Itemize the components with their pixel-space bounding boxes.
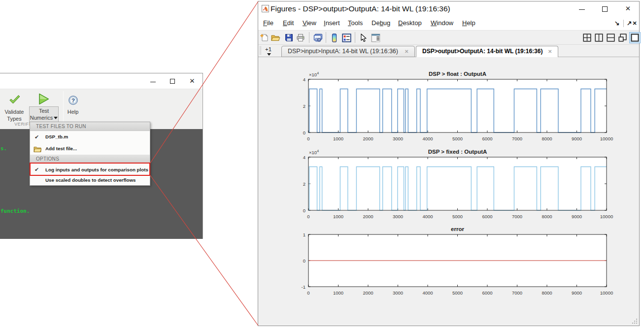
edit-plot-icon[interactable] [360, 33, 367, 44]
minimize-button[interactable] [570, 1, 593, 16]
insert-legend-icon[interactable] [342, 33, 351, 44]
x-tick-label: 4000 [422, 290, 433, 296]
menu-item-label: DSP_tb.m [45, 134, 68, 139]
dock-figure-icon[interactable]: ↘ [612, 16, 622, 30]
open-file-icon[interactable] [271, 33, 280, 44]
tab-close-icon[interactable]: ✕ [405, 46, 408, 57]
x-tick-label: 9000 [572, 290, 582, 296]
code-fragment: function. [0, 208, 30, 214]
maximize-figure-button[interactable] [629, 32, 641, 43]
subplot-dsp-fixed-outputa: DSP > fixed : OutputA×104010002000300040… [303, 149, 613, 219]
tabbar-grip [260, 46, 261, 55]
maximize-button[interactable] [164, 73, 181, 89]
menu-file[interactable]: File [263, 16, 273, 30]
test-numerics-label-1: Test [30, 108, 58, 115]
menu-item-add-test-file[interactable]: Add test file... [30, 143, 150, 155]
menu-view[interactable]: View [303, 16, 316, 30]
tab-close-icon[interactable]: ✕ [548, 46, 552, 57]
cascade-windows-icon[interactable] [618, 33, 627, 44]
toolbar-separator [309, 32, 309, 43]
close-figure-icon[interactable]: ✕ [631, 16, 639, 30]
figure-stack-button[interactable]: +1 [265, 45, 271, 54]
x-tick-label: 5000 [452, 214, 463, 219]
x-tick-label: 5000 [452, 136, 463, 141]
x-tick-label: 7000 [512, 214, 522, 219]
tile-columns-icon[interactable] [595, 33, 603, 44]
tile-grid-icon[interactable] [583, 33, 591, 44]
x-tick-label: 4000 [422, 136, 433, 141]
highlight-rectangle [30, 163, 150, 176]
y-tick-label: 0 [303, 208, 305, 213]
save-figure-icon[interactable] [285, 33, 293, 44]
x-tick-label: 4000 [422, 214, 433, 219]
minimize-button[interactable] [144, 73, 161, 89]
validate-types-label: Validate Types [0, 109, 32, 122]
menu-section-header: OPTIONS [30, 155, 150, 163]
menu-tools[interactable]: Tools [348, 16, 363, 30]
close-button[interactable]: ✕ [184, 73, 201, 89]
dropdown-caret-icon [54, 117, 58, 119]
figures-toolbar [258, 30, 639, 45]
menu-insert[interactable]: Insert [324, 16, 340, 30]
close-button[interactable]: ✕ [616, 1, 640, 16]
toolbar-separator [326, 32, 326, 43]
subplot-dsp-float-outputa: DSP > float : OutputA×104010002000300040… [303, 71, 613, 141]
matlab-icon [262, 5, 269, 14]
menu-window[interactable]: Window [431, 16, 453, 30]
insert-colorbar-icon[interactable] [331, 33, 338, 44]
x-tick-label: 5000 [452, 290, 463, 296]
menu-item-dsp-tb-m[interactable]: ✔DSP_tb.m [30, 131, 150, 143]
x-tick-label: 8000 [542, 290, 552, 296]
tab-output-active[interactable]: DSP>output>OutputA: 14-bit WL (19:16:36)… [416, 46, 558, 58]
validate-types-label-2: Types [0, 116, 32, 123]
plot-title: error [451, 226, 464, 232]
y-tick-label: -1 [302, 284, 305, 290]
resize-grip-icon[interactable] [632, 318, 638, 324]
menubar-separator [623, 20, 624, 27]
maximize-icon [170, 79, 175, 84]
figures-window: Figures - DSP>output>OutputA: 14-bit WL … [258, 1, 640, 326]
print-figure-icon[interactable] [296, 33, 305, 44]
y-tick-label: 1 [303, 232, 305, 237]
x-tick-label: 6000 [482, 136, 492, 141]
comparison-plots: DSP > float : OutputA×104010002000300040… [258, 57, 639, 326]
maximize-button[interactable] [593, 1, 616, 16]
tile-rows-icon[interactable] [607, 33, 615, 44]
menu-section-header: TEST FILES TO RUN [30, 122, 150, 131]
y-axis-multiplier: ×104 [309, 149, 319, 155]
x-tick-label: 2000 [363, 290, 373, 296]
tab-label: DSP>input>InputA: 14-bit WL (19:16:36) [288, 48, 398, 55]
x-tick-label: 2000 [363, 136, 373, 141]
menu-debug[interactable]: Debug [372, 16, 390, 30]
new-figure-icon[interactable] [260, 33, 269, 44]
y-tick-label: 0 [303, 130, 305, 135]
test-numerics-dropdown-button[interactable]: Test Numerics [29, 106, 59, 123]
test-numerics-menu: TEST FILES TO RUN✔DSP_tb.mAdd test file.… [30, 122, 150, 186]
x-tick-label: 3000 [393, 136, 403, 141]
x-tick-label: 2000 [363, 214, 373, 219]
x-tick-label: 9000 [572, 214, 582, 219]
menu-edit[interactable]: Edit [283, 16, 294, 30]
link-plot-icon[interactable] [313, 33, 323, 44]
menu-help[interactable]: Help [462, 16, 475, 30]
checkmark-icon: ✔ [34, 131, 39, 143]
plot-title: DSP > float : OutputA [429, 71, 486, 77]
figures-content: DSP > float : OutputA×104010002000300040… [258, 57, 639, 326]
x-tick-label: 10000 [600, 136, 613, 141]
x-tick-label: 1000 [333, 214, 343, 219]
menu-desktop[interactable]: Desktop [398, 16, 422, 30]
show-plot-tools-icon[interactable] [371, 33, 380, 44]
menu-item-use-scaled-doubles-to-detect-overflows[interactable]: Use scaled doubles to detect overflows [30, 176, 150, 185]
minimize-icon [579, 9, 585, 10]
y-tick-label: 4 [303, 77, 305, 82]
x-tick-label: 0 [307, 136, 309, 141]
x-tick-label: 0 [307, 290, 309, 296]
code-fragment: s. [0, 145, 7, 152]
green-play-icon [38, 93, 49, 107]
x-tick-label: 8000 [542, 214, 552, 219]
test-numerics-label-text: Numerics [30, 115, 53, 121]
figure-stack-caret-icon [267, 53, 271, 56]
x-tick-label: 7000 [512, 290, 522, 296]
tab-input[interactable]: DSP>input>InputA: 14-bit WL (19:16:36)✕ [281, 46, 415, 57]
x-tick-label: 0 [307, 214, 309, 219]
